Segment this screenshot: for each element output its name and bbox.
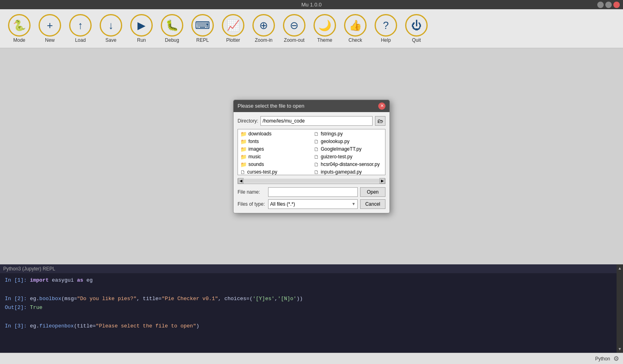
file-icon: 🗋 (314, 154, 319, 160)
toolbar-save-button[interactable]: ↓ Save (96, 12, 125, 45)
maximize-button[interactable] (605, 2, 612, 8)
settings-gear-icon[interactable]: ⚙ (613, 355, 619, 362)
filetype-dropdown-icon: ▼ (352, 202, 356, 206)
dialog-close-button[interactable]: ✕ (378, 102, 385, 110)
check-icon: 👍 (344, 14, 367, 37)
folder-name: sounds (248, 162, 264, 167)
file-item[interactable]: 🗋inputs-gamepad.py (312, 168, 385, 175)
scroll-track (244, 179, 379, 183)
file-item[interactable]: 🗋GoogleImageTT.py (312, 145, 385, 153)
folder-name: images (248, 146, 264, 152)
plotter-label: Plotter (226, 37, 240, 43)
run-label: Run (137, 37, 146, 43)
scroll-left-arrow[interactable]: ◀ (238, 178, 244, 184)
folder-item[interactable]: 📁music (238, 153, 312, 161)
zoom-out-label: Zoom-out (284, 37, 304, 43)
run-icon: ▶ (130, 14, 153, 37)
dialog-overlay: Please select the file to open ✕ Directo… (0, 48, 623, 264)
toolbar-load-button[interactable]: ↑ Load (66, 12, 95, 45)
filename-input[interactable] (268, 187, 358, 197)
theme-label: Theme (317, 37, 332, 43)
check-label: Check (348, 37, 362, 43)
file-name: hcsr04p-distance-sensor.py (321, 162, 380, 167)
app-title: Mu 1.0.0 (301, 2, 322, 8)
scroll-right-arrow[interactable]: ▶ (379, 178, 385, 184)
folder-icon: 📁 (240, 146, 247, 152)
toolbar-run-button[interactable]: ▶ Run (127, 12, 156, 45)
repl-line (5, 286, 612, 294)
filetype-label: Files of type: (238, 201, 266, 207)
close-button[interactable] (613, 2, 620, 8)
toolbar-new-button[interactable]: + New (35, 12, 64, 45)
theme-icon: 🌙 (314, 14, 336, 37)
file-icon: 🗋 (240, 169, 246, 175)
file-item[interactable]: 🗋hcsr04p-distance-sensor.py (312, 161, 385, 168)
cancel-button[interactable]: Cancel (360, 199, 385, 209)
directory-input[interactable] (260, 116, 373, 126)
dialog-titlebar: Please select the file to open ✕ (234, 100, 389, 112)
toolbar: 🐍 Mode + New ↑ Load ↓ Save ▶ Run 🐛 Debug… (0, 9, 623, 48)
file-item[interactable]: 🗋curses-test.py (238, 168, 312, 175)
file-name: inputs-gamepad.py (321, 169, 362, 175)
file-icon: 🗋 (314, 139, 319, 145)
filetype-value: All files (*.*) (270, 201, 295, 207)
toolbar-check-button[interactable]: 👍 Check (341, 12, 370, 45)
folder-icon: 📁 (240, 139, 247, 145)
directory-label: Directory: (238, 118, 258, 124)
zoom-in-icon: ⊕ (252, 14, 275, 37)
file-item[interactable]: 🗋guizero-test.py (312, 153, 385, 161)
new-label: New (45, 37, 55, 43)
filename-label: File name: (238, 189, 266, 195)
horizontal-scrollbar[interactable]: ◀ ▶ (238, 178, 385, 184)
status-language: Python (595, 356, 610, 362)
repl-area[interactable]: In [1]: import easygui as eg In [2]: eg.… (0, 273, 617, 353)
status-bar: Python ⚙ (0, 353, 623, 364)
repl-line: Out[2]: True (5, 304, 612, 312)
file-item[interactable]: 🗋fstrings.py (312, 130, 385, 138)
toolbar-plotter-button[interactable]: 📈 Plotter (219, 12, 248, 45)
scroll-down-arrow[interactable]: ▼ (616, 345, 623, 353)
help-label: Help (381, 37, 391, 43)
toolbar-zoom-out-button[interactable]: ⊖ Zoom-out (280, 12, 309, 45)
repl-scrollbar[interactable]: ▲ ▼ (617, 264, 623, 353)
mode-label: Mode (13, 37, 25, 43)
zoom-in-label: Zoom-in (255, 37, 273, 43)
dialog-body: Directory: 🗁 📁downloads📁fonts📁images📁mus… (234, 112, 389, 213)
quit-label: Quit (412, 37, 421, 43)
file-col-left: 📁downloads📁fonts📁images📁music📁sounds🗋cur… (238, 129, 312, 175)
filetype-row: Files of type: All files (*.*) ▼ Cancel (238, 199, 385, 209)
toolbar-mode-button[interactable]: 🐍 Mode (5, 12, 34, 45)
toolbar-quit-button[interactable]: ⏻ Quit (402, 12, 431, 45)
repl-header: Python3 (Jupyter) REPL (0, 264, 617, 273)
plotter-icon: 📈 (222, 14, 244, 37)
toolbar-repl-button[interactable]: ⌨ REPL (188, 12, 217, 45)
folder-item[interactable]: 📁images (238, 145, 312, 153)
file-name: GoogleImageTT.py (321, 146, 361, 152)
filetype-select[interactable]: All files (*.*) ▼ (268, 199, 358, 209)
folder-icon: 📁 (240, 131, 247, 137)
toolbar-debug-button[interactable]: 🐛 Debug (158, 12, 186, 45)
repl-line (5, 313, 612, 321)
folder-item[interactable]: 📁sounds (238, 161, 312, 168)
window-controls (597, 2, 620, 8)
folder-icon: 📁 (240, 162, 247, 168)
folder-item[interactable]: 📁downloads (238, 130, 312, 138)
repl-content: Python3 (Jupyter) REPL In [1]: import ea… (0, 264, 617, 353)
debug-icon: 🐛 (161, 14, 183, 37)
directory-nav-button[interactable]: 🗁 (375, 116, 385, 126)
open-button[interactable]: Open (360, 187, 385, 197)
toolbar-help-button[interactable]: ? Help (371, 12, 400, 45)
minimize-button[interactable] (597, 2, 604, 8)
title-bar: Mu 1.0.0 (0, 0, 623, 9)
file-icon: 🗋 (314, 146, 319, 152)
repl-label: REPL (196, 37, 209, 43)
file-dialog: Please select the file to open ✕ Directo… (233, 100, 390, 213)
directory-row: Directory: 🗁 (238, 116, 385, 126)
file-name: fstrings.py (321, 131, 343, 137)
file-item[interactable]: 🗋geolookup.py (312, 138, 385, 145)
toolbar-zoom-in-button[interactable]: ⊕ Zoom-in (249, 12, 278, 45)
toolbar-theme-button[interactable]: 🌙 Theme (310, 12, 339, 45)
folder-item[interactable]: 📁fonts (238, 138, 312, 145)
scroll-up-arrow[interactable]: ▲ (616, 264, 623, 272)
file-name: guizero-test.py (321, 154, 352, 160)
